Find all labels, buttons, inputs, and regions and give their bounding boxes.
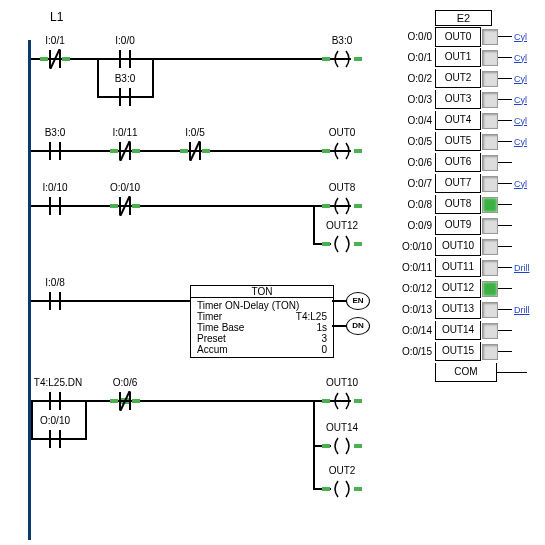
output-com: COM <box>435 363 497 382</box>
ton-dn-pin: DN <box>346 317 370 335</box>
com-wire <box>497 372 527 373</box>
output-led-icon <box>482 197 498 213</box>
output-wire <box>498 99 512 100</box>
output-row-2: O:0/2OUT2Cyl <box>390 68 535 89</box>
coil-out2[interactable]: OUT2 <box>330 480 354 498</box>
output-link[interactable]: Cyl <box>514 95 532 105</box>
output-name[interactable]: OUT3 <box>435 90 481 109</box>
output-module: E2 O:0/0OUT0CylO:0/1OUT1CylO:0/2OUT2CylO… <box>390 10 535 383</box>
output-led-icon <box>482 344 498 360</box>
rung-1-branch-right <box>152 58 154 98</box>
output-wire <box>498 309 512 310</box>
output-row-9: O:0/9OUT9 <box>390 215 535 236</box>
ladder-diagram: L1 I:0/1 I:0/0 B3:0 B3:0 B3:0 I:0/11 I:0… <box>10 10 380 29</box>
output-row-13: O:0/13OUT13Drill <box>390 299 535 320</box>
output-link[interactable]: Cyl <box>514 32 532 42</box>
coil-out10[interactable]: OUT10 <box>330 392 354 410</box>
output-addr: O:0/0 <box>390 31 435 42</box>
output-row-10: O:0/10OUT10 <box>390 236 535 257</box>
contact-o06[interactable]: O:0/6 <box>110 392 140 410</box>
output-name[interactable]: OUT8 <box>435 195 481 214</box>
contact-o010-branch[interactable]: O:0/10 <box>40 430 70 448</box>
output-led-icon <box>482 50 498 66</box>
output-name[interactable]: OUT1 <box>435 48 481 67</box>
output-led-icon <box>482 29 498 45</box>
output-wire <box>498 267 512 268</box>
coil-out0[interactable]: OUT0 <box>330 142 354 160</box>
output-name[interactable]: OUT2 <box>435 69 481 88</box>
contact-b30[interactable]: B3:0 <box>40 142 70 160</box>
contact-i010[interactable]: I:0/10 <box>40 197 70 215</box>
output-wire <box>498 351 512 352</box>
output-led-icon <box>482 218 498 234</box>
output-led-icon <box>482 176 498 192</box>
output-row-5: O:0/5OUT5Cyl <box>390 131 535 152</box>
contact-i08[interactable]: I:0/8 <box>40 292 70 310</box>
output-link[interactable]: Cyl <box>514 116 532 126</box>
output-link[interactable]: Drill <box>514 263 532 273</box>
rung-3-output-branch <box>313 205 315 245</box>
rung-1-wire <box>31 58 351 60</box>
output-wire <box>498 36 512 37</box>
contact-i01[interactable]: I:0/1 <box>40 50 70 68</box>
output-link[interactable]: Cyl <box>514 53 532 63</box>
output-addr: O:0/10 <box>390 241 435 252</box>
contact-i011[interactable]: I:0/11 <box>110 142 140 160</box>
contact-i00[interactable]: I:0/0 <box>110 50 140 68</box>
output-led-icon <box>482 155 498 171</box>
output-name[interactable]: OUT6 <box>435 153 481 172</box>
output-addr: O:0/4 <box>390 115 435 126</box>
output-wire <box>498 141 512 142</box>
output-wire <box>498 330 512 331</box>
output-link[interactable]: Cyl <box>514 137 532 147</box>
ton-en-pin: EN <box>346 292 370 310</box>
output-name[interactable]: OUT13 <box>435 300 481 319</box>
output-name[interactable]: OUT9 <box>435 216 481 235</box>
output-wire <box>498 204 512 205</box>
module-title: E2 <box>435 10 492 26</box>
coil-out14[interactable]: OUT14 <box>330 437 354 455</box>
output-link[interactable]: Cyl <box>514 179 532 189</box>
output-addr: O:0/2 <box>390 73 435 84</box>
contact-b30-branch[interactable]: B3:0 <box>110 88 140 106</box>
coil-b30[interactable]: B3:0 <box>330 50 354 68</box>
output-link[interactable]: Drill <box>514 305 532 315</box>
ton-instruction[interactable]: TON Timer ON-Delay (TON) TimerT4:L25 Tim… <box>190 285 334 358</box>
coil-out8[interactable]: OUT8 <box>330 197 354 215</box>
output-addr: O:0/1 <box>390 52 435 63</box>
output-led-icon <box>482 302 498 318</box>
output-led-icon <box>482 323 498 339</box>
output-wire <box>498 57 512 58</box>
output-addr: O:0/15 <box>390 346 435 357</box>
output-name[interactable]: OUT14 <box>435 321 481 340</box>
output-link[interactable]: Cyl <box>514 74 532 84</box>
coil-out12[interactable]: OUT12 <box>330 235 354 253</box>
output-name[interactable]: OUT0 <box>435 27 481 47</box>
output-led-icon <box>482 92 498 108</box>
output-row-11: O:0/11OUT11Drill <box>390 257 535 278</box>
rung-3-wire <box>31 205 351 207</box>
contact-o010-nc[interactable]: O:0/10 <box>110 197 140 215</box>
output-name[interactable]: OUT12 <box>435 279 481 298</box>
contact-t4dn[interactable]: T4:L25.DN <box>40 392 70 410</box>
output-row-14: O:0/14OUT14 <box>390 320 535 341</box>
output-row-1: O:0/1OUT1Cyl <box>390 47 535 68</box>
output-led-icon <box>482 134 498 150</box>
contact-i05[interactable]: I:0/5 <box>180 142 210 160</box>
output-row-4: O:0/4OUT4Cyl <box>390 110 535 131</box>
output-name[interactable]: OUT15 <box>435 342 481 361</box>
output-name[interactable]: OUT4 <box>435 111 481 130</box>
output-name[interactable]: OUT7 <box>435 174 481 193</box>
output-name[interactable]: OUT11 <box>435 258 481 277</box>
output-row-7: O:0/7OUT7Cyl <box>390 173 535 194</box>
output-addr: O:0/11 <box>390 262 435 273</box>
ton-dn-wire <box>332 325 347 327</box>
output-led-icon <box>482 281 498 297</box>
output-wire <box>498 120 512 121</box>
output-name[interactable]: OUT5 <box>435 132 481 151</box>
ton-en-wire <box>332 300 347 302</box>
output-addr: O:0/14 <box>390 325 435 336</box>
output-name[interactable]: OUT10 <box>435 237 481 256</box>
output-addr: O:0/5 <box>390 136 435 147</box>
output-led-icon <box>482 239 498 255</box>
